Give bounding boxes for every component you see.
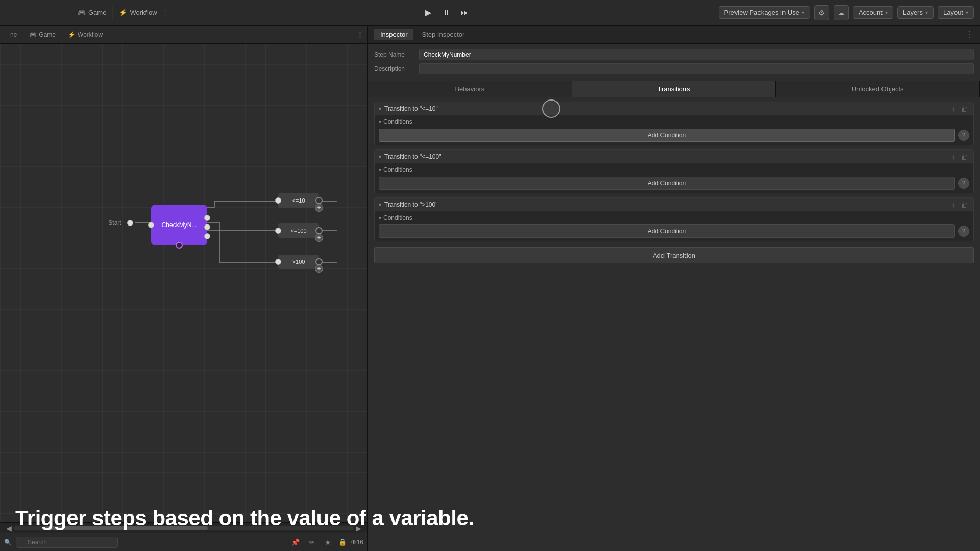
canvas-tab-game[interactable]: 🎮 Game [23, 29, 62, 40]
check-in-connector[interactable] [148, 222, 154, 228]
settings-icon-button[interactable]: ⚙ [814, 5, 829, 20]
conditions-section-1: ▾ Conditions Add Condition ? [375, 163, 973, 193]
node-checkmy[interactable]: CheckMyN... [151, 205, 207, 245]
add-condition-button-0[interactable]: Add Condition [379, 129, 955, 142]
lte10-plus[interactable]: + [315, 204, 323, 212]
transition-1-controls: ↑ ↓ 🗑 [942, 153, 969, 160]
transition-1-delete[interactable]: 🗑 [959, 153, 969, 160]
tab-game[interactable]: 🎮 Game [71, 6, 113, 19]
description-input[interactable] [419, 63, 974, 74]
conditions-1-label: Conditions [383, 166, 412, 173]
node-gt100[interactable]: >100 + [278, 255, 319, 269]
lte10-out[interactable] [315, 197, 323, 204]
transition-header-0[interactable]: ▾ Transition to "<=10" ↑ ↓ 🗑 [375, 102, 973, 115]
transition-0-down[interactable]: ↓ [950, 105, 957, 112]
canvas-connections-svg [0, 44, 368, 522]
tab-workflow-menu[interactable]: ⋮ [162, 9, 168, 16]
conditions-2-label: Conditions [383, 214, 412, 221]
preview-packages-button[interactable]: Preview Packages in Use ▾ [719, 6, 810, 19]
tab-behaviors[interactable]: Behaviors [368, 81, 572, 97]
inspector-options-menu[interactable]: ⋮ [966, 30, 974, 39]
step-name-input[interactable] [419, 49, 974, 60]
transition-header-2[interactable]: ▾ Transition to ">100" ↑ ↓ 🗑 [375, 198, 973, 211]
canvas-tab-workflow[interactable]: ⚡ Workflow [62, 29, 109, 40]
play-button[interactable]: ▶ [421, 6, 435, 20]
conditions-2-collapse-icon: ▾ [379, 215, 381, 221]
canvas-tabs-menu[interactable]: ⋮ [357, 31, 363, 38]
search-input[interactable] [16, 537, 118, 548]
transition-2-down[interactable]: ↓ [950, 201, 957, 208]
lte10-in[interactable] [275, 197, 281, 204]
description-row: Description [374, 63, 974, 74]
pin-button[interactable]: 📌 [289, 536, 302, 548]
workflow-icon: ⚡ [119, 9, 127, 16]
transition-2-controls: ↑ ↓ 🗑 [942, 201, 969, 208]
topbar: 🎮 Game ⚡ Workflow ⋮ ▶ ⏸ ⏭ Preview Packag… [0, 0, 980, 26]
transition-header-1[interactable]: ▾ Transition to "<=100" ↑ ↓ 🗑 [375, 150, 973, 163]
pause-button[interactable]: ⏸ [439, 6, 454, 20]
layout-button[interactable]: Layout ▾ [938, 6, 974, 19]
canvas-tab-ne[interactable]: ne [4, 29, 23, 40]
help-button-0[interactable]: ? [958, 130, 969, 141]
check-out-mid[interactable] [204, 224, 210, 230]
transition-0-collapse-icon: ▾ [379, 106, 381, 112]
transition-0-controls: ↑ ↓ 🗑 [942, 105, 969, 112]
inspector-fields: Step Name Description [368, 44, 980, 81]
skip-button[interactable]: ⏭ [458, 6, 472, 20]
transition-0-up[interactable]: ↑ [942, 105, 948, 112]
node-lte10[interactable]: <=10 + [278, 193, 319, 208]
tab-inspector[interactable]: Inspector [374, 29, 413, 40]
transition-1-down[interactable]: ↓ [950, 153, 957, 160]
gt100-plus[interactable]: + [315, 265, 323, 273]
star-button[interactable]: ★ [322, 536, 334, 548]
add-condition-row-0: Add Condition ? [379, 129, 969, 142]
lte100-in[interactable] [275, 228, 281, 234]
conditions-section-0: ▾ Conditions Add Condition ? [375, 115, 973, 145]
cloud-icon-button[interactable]: ☁ [834, 5, 849, 20]
canvas-area[interactable]: Start CheckMyN... <=10 + [0, 44, 368, 522]
inspector-panel: Inspector Step Inspector ⋮ Step Name Des… [368, 26, 980, 551]
step-name-row: Step Name [374, 49, 974, 60]
account-arrow-icon: ▾ [885, 10, 888, 15]
help-button-1[interactable]: ? [958, 178, 969, 189]
add-condition-button-2[interactable]: Add Condition [379, 224, 955, 238]
start-out-connector[interactable] [127, 220, 133, 226]
tab-workflow[interactable]: ⚡ Workflow ⋮ [113, 6, 175, 19]
lte100-plus[interactable]: + [315, 234, 323, 242]
tab-transitions[interactable]: Transitions [572, 81, 776, 97]
inspector-section-tabs: Behaviors Transitions Unlocked Objects [368, 81, 980, 97]
gt100-in[interactable] [275, 259, 281, 265]
add-condition-button-1[interactable]: Add Condition [379, 177, 955, 190]
transition-0-delete[interactable]: 🗑 [959, 105, 969, 112]
game-icon: 🎮 [78, 9, 86, 16]
zoom-badge: 👁16 [351, 539, 363, 546]
conditions-header-1: ▾ Conditions [379, 166, 969, 173]
tab-unlocked-objects[interactable]: Unlocked Objects [776, 81, 980, 97]
transition-2-delete[interactable]: 🗑 [959, 201, 969, 208]
account-button[interactable]: Account ▾ [853, 6, 893, 19]
canvas-footer: 🔍 📌 ✏ ★ 🔒 👁16 [0, 533, 368, 551]
conditions-header-0: ▾ Conditions [379, 118, 969, 126]
preview-arrow-icon: ▾ [802, 10, 804, 15]
canvas-scroll-left[interactable]: ◀ [4, 524, 14, 532]
transition-2-up[interactable]: ↑ [942, 201, 948, 208]
add-transition-button[interactable]: Add Transition [374, 247, 974, 263]
transition-1-title: Transition to "<=100" [384, 153, 942, 160]
lte100-out[interactable] [315, 227, 323, 234]
help-button-2[interactable]: ? [958, 226, 969, 237]
transition-block-2: ▾ Transition to ">100" ↑ ↓ 🗑 ▾ Condition… [374, 197, 974, 241]
node-start: Start [100, 216, 130, 230]
tab-step-inspector[interactable]: Step Inspector [415, 29, 471, 40]
check-out-top[interactable] [204, 215, 210, 221]
node-lte100[interactable]: <=100 + [278, 223, 319, 238]
check-bottom-connector[interactable] [176, 242, 183, 249]
conditions-0-label: Conditions [383, 118, 412, 126]
transition-1-up[interactable]: ↑ [942, 153, 948, 160]
play-controls: ▶ ⏸ ⏭ [421, 6, 472, 20]
conditions-section-2: ▾ Conditions Add Condition ? [375, 211, 973, 241]
layers-button[interactable]: Layers ▾ [897, 6, 934, 19]
pencil-button[interactable]: ✏ [306, 536, 318, 548]
gt100-out[interactable] [315, 258, 323, 265]
add-condition-row-2: Add Condition ? [379, 224, 969, 238]
check-out-bot[interactable] [204, 233, 210, 239]
